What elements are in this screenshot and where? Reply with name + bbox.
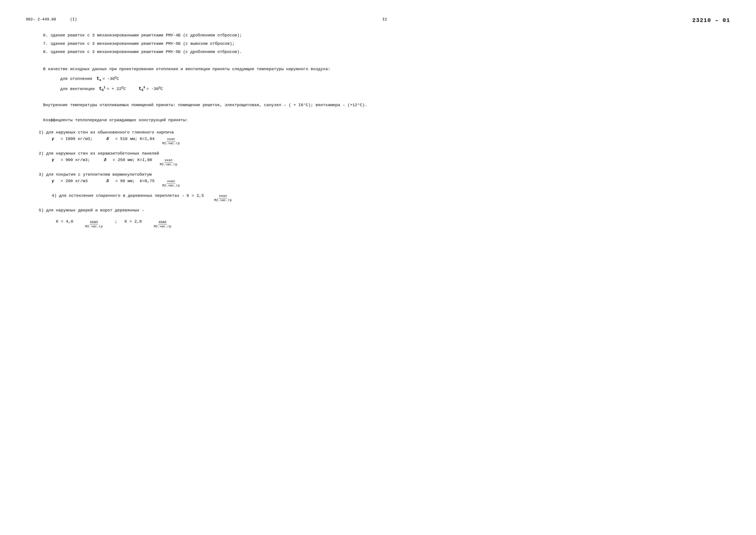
para-internal-temps: Внутренние температуры отапливаемых поме… [26,102,730,108]
section-5-title: 5) для наружных дверей и ворот деревянны… [39,208,730,213]
list-item-7: 7. здание решеток с 3 механизированными … [43,41,730,47]
list-item-6: 6. здание решеток с 3 механизированными … [43,32,730,39]
para-initial-data: В качестве исходных данных при проектиро… [26,66,730,72]
section-1-title: I) для наружных стен из обыкновенного гл… [39,130,730,135]
list-item-8: 8. здание решеток с 3 механизированными … [43,49,730,55]
section-3: 3) для покрытия с утеплителем вермикулит… [39,172,730,188]
ventilation-formula-line: для вентиляции tб1 = + 22OC tб3 = -30OC [60,85,730,93]
section-3-formula: γ = 200 кг/м3 δ = 90 мм; К=0,75 ккал М2.… [52,179,730,188]
last-formulas: К = 4,0 ккал М2.час.гр ; К = 2,0 ккал М2… [56,219,730,229]
header-center: I2 [382,17,387,21]
section-2-formula: γ = 900 кг/м3; δ = 250 мм; К=I,08 ккал М… [52,157,730,167]
list-section: 6. здание решеток с 3 механизированными … [43,32,730,55]
section-4-formula: 4) для остекления спаренного в деревянны… [52,193,730,203]
heating-formula-line: для отопления to = -30OC [60,74,730,83]
section-2: 2) для наружных стен из керамзитобетонны… [39,151,730,167]
page-header: 902– 2-449.88 (I) I2 23210 – 01 [26,17,730,24]
section-3-title: 3) для покрытия с утеплителем вермикулит… [39,172,730,177]
header-left: 902– 2-449.88 (I) [26,17,77,21]
section-1-formula: γ = I800 кг/м3; δ = 510 мм; К=I,04 ккал … [52,136,730,146]
section-1: I) для наружных стен из обыкновенного гл… [39,130,730,146]
header-right: 23210 – 01 [692,17,730,24]
section-5: 5) для наружных дверей и ворот деревянны… [39,208,730,229]
section-2-title: 2) для наружных стен из керамзитобетонны… [39,151,730,156]
section-4: 4) для остекления спаренного в деревянны… [39,193,730,203]
para-heat-transfer: Коэффициенты теплопередачи ограждающих к… [26,117,730,123]
